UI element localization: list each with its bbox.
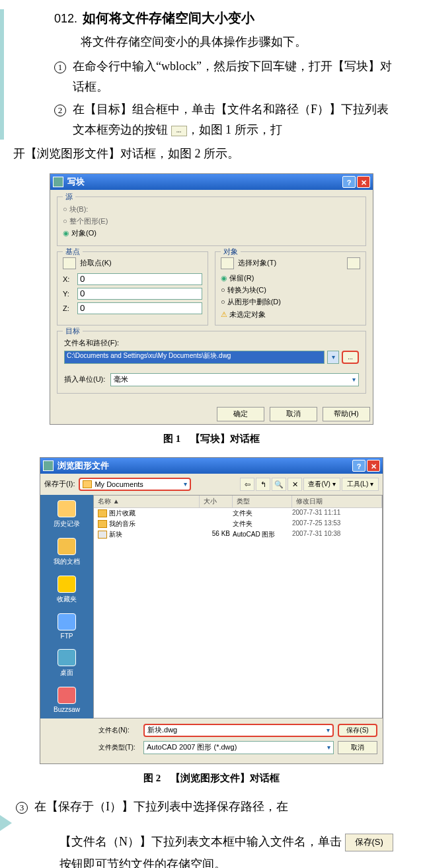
radio-retain[interactable]: 保留(R) bbox=[221, 273, 360, 283]
page-marker-icon bbox=[0, 815, 12, 831]
cancel-button-2[interactable]: 取消 bbox=[338, 741, 377, 754]
filetype-label: 文件类型(T): bbox=[98, 743, 139, 752]
delete-button[interactable]: ✕ bbox=[288, 478, 302, 491]
browse-button[interactable]: ... bbox=[342, 351, 359, 364]
sidebar-buzzsaw[interactable]: Buzzsaw bbox=[40, 687, 93, 713]
section-number: 012. bbox=[54, 12, 77, 25]
cancel-button[interactable]: 取消 bbox=[270, 407, 317, 421]
chevron-down-icon: ▾ bbox=[184, 480, 187, 488]
save-in-value: My Documents bbox=[95, 480, 143, 488]
y-input[interactable] bbox=[77, 288, 202, 300]
dialog2-title: 浏览图形文件 bbox=[58, 460, 352, 472]
step-number-1: 1 bbox=[54, 62, 66, 73]
pick-point-label: 拾取点(K) bbox=[80, 258, 112, 268]
dialog-title: 写块 bbox=[67, 176, 342, 188]
select-objects-button[interactable] bbox=[221, 257, 234, 269]
places-sidebar: 历史记录 我的文档 收藏夹 FTP 桌面 Buzzsaw bbox=[40, 495, 93, 718]
intro-text: 将文件存储空间变小的具体操作步骤如下。 bbox=[81, 34, 412, 50]
step2-text-b: ，如图 1 所示，打 bbox=[187, 123, 282, 136]
figure-2-caption: 图 2 【浏览图形文件】对话框 bbox=[0, 772, 423, 785]
figure-1-caption: 图 1 【写块】对话框 bbox=[0, 433, 423, 445]
folder-icon bbox=[98, 520, 107, 528]
sidebar-ftp[interactable]: FTP bbox=[40, 613, 93, 640]
browse-dialog: 浏览图形文件 ? ✕ 保存于(I): My Documents ▾ ⇦ ↰ 🔍 … bbox=[40, 457, 383, 764]
folder-icon bbox=[83, 480, 92, 488]
file-list[interactable]: 名称 ▲ 大小 类型 修改日期 图片收藏文件夹2007-7-31 11:11 我… bbox=[93, 495, 383, 718]
path-input[interactable]: C:\Documents and Settings\xu\My Document… bbox=[64, 351, 325, 364]
destination-group: 目标 文件名和路径(F): C:\Documents and Settings\… bbox=[57, 331, 366, 394]
step1-text: 在命令行中输入“wblock”，然后按下回车键，打开【写块】对话框。 bbox=[73, 56, 399, 97]
close-icon[interactable]: ✕ bbox=[357, 176, 370, 188]
sidebar-mydocs[interactable]: 我的文档 bbox=[40, 538, 93, 566]
help-button[interactable]: 帮助(H) bbox=[323, 407, 370, 421]
col-size[interactable]: 大小 bbox=[200, 496, 233, 507]
step-1: 1 在命令行中输入“wblock”，然后按下回车键，打开【写块】对话框。 bbox=[54, 56, 399, 97]
path-dropdown-icon[interactable]: ▾ bbox=[327, 351, 339, 364]
unit-label: 插入单位(U): bbox=[64, 374, 105, 384]
tools-button[interactable]: 工具(L) ▾ bbox=[342, 478, 379, 491]
z-input[interactable] bbox=[77, 302, 202, 314]
up-button[interactable]: ↰ bbox=[256, 478, 270, 491]
radio-block[interactable]: 块(B): bbox=[63, 204, 360, 214]
col-type[interactable]: 类型 bbox=[233, 496, 292, 507]
titlebar[interactable]: 写块 ? ✕ bbox=[50, 174, 373, 190]
help-icon[interactable]: ? bbox=[342, 176, 356, 188]
destination-label: 目标 bbox=[63, 326, 83, 336]
save-button[interactable]: 保存(S) bbox=[338, 724, 377, 737]
quick-select-button[interactable] bbox=[347, 257, 360, 269]
help-icon-2[interactable]: ? bbox=[352, 460, 365, 472]
list-item[interactable]: 我的音乐文件夹2007-7-25 13:53 bbox=[94, 519, 382, 529]
sidebar-history[interactable]: 历史记录 bbox=[40, 500, 93, 529]
file-icon bbox=[98, 531, 107, 539]
titlebar-2[interactable]: 浏览图形文件 ? ✕ bbox=[40, 458, 383, 474]
save-button-inline: 保存(S) bbox=[345, 834, 393, 851]
file-list-header[interactable]: 名称 ▲ 大小 类型 修改日期 bbox=[94, 496, 382, 508]
list-item[interactable]: 图片收藏文件夹2007-7-31 11:11 bbox=[94, 508, 382, 519]
app-icon bbox=[53, 177, 63, 187]
chevron-down-icon: ▾ bbox=[352, 376, 356, 383]
path-label: 文件名和路径(F): bbox=[64, 338, 359, 348]
radio-delete[interactable]: 从图形中删除(D) bbox=[221, 297, 360, 307]
unit-select[interactable]: 毫米 ▾ bbox=[110, 373, 359, 386]
close-icon-2[interactable]: ✕ bbox=[367, 460, 380, 472]
basepoint-label: 基点 bbox=[63, 247, 83, 257]
col-date[interactable]: 修改日期 bbox=[292, 496, 382, 507]
chevron-down-icon: ▾ bbox=[327, 744, 330, 751]
objects-group: 对象 选择对象(T) 保留(R) 转换为块(C) 从图形中删除(D) 未选定对象 bbox=[215, 251, 366, 326]
filename-label: 文件名(N): bbox=[98, 726, 139, 735]
save-in-combo[interactable]: My Documents ▾ bbox=[79, 478, 191, 491]
back-button[interactable]: ⇦ bbox=[240, 478, 254, 491]
filetype-select[interactable]: AutoCAD 2007 图形 (*.dwg)▾ bbox=[143, 741, 334, 754]
list-item[interactable]: 新块56 KBAutoCAD 图形2007-7-31 10:38 bbox=[94, 529, 382, 540]
app-icon-2 bbox=[43, 460, 54, 471]
save-in-label: 保存于(I): bbox=[44, 479, 75, 489]
sidebar-favorites[interactable]: 收藏夹 bbox=[40, 576, 93, 604]
col-name[interactable]: 名称 ▲ bbox=[94, 496, 200, 507]
section-title-text: 如何将文件存储空间大小变小 bbox=[83, 11, 254, 25]
step-number-3: 3 bbox=[16, 802, 28, 814]
final-paragraph: 【文件名（N）】下拉列表文本框中输入文件名，单击 保存(S) 按钮即可节约文件的… bbox=[59, 830, 397, 868]
radio-convert[interactable]: 转换为块(C) bbox=[221, 285, 360, 295]
views-button[interactable]: 查看(V) ▾ bbox=[303, 478, 340, 491]
final-text-a: 【文件名（N）】下拉列表文本框中输入文件名，单击 bbox=[59, 835, 342, 848]
radio-objects[interactable]: 对象(O) bbox=[63, 228, 360, 238]
pick-point-button[interactable] bbox=[63, 257, 76, 269]
source-group: 源 块(B): 整个图形(E) 对象(O) bbox=[57, 196, 366, 246]
section-title: 012.如何将文件存储空间大小变小 bbox=[54, 9, 412, 27]
source-group-label: 源 bbox=[63, 192, 75, 202]
step-number-2: 2 bbox=[54, 105, 66, 116]
objects-label: 对象 bbox=[221, 247, 241, 257]
x-input[interactable] bbox=[77, 273, 202, 285]
ok-button[interactable]: 确定 bbox=[217, 407, 264, 421]
continuation-text: 开【浏览图形文件】对话框，如图 2 所示。 bbox=[13, 144, 410, 164]
search-button[interactable]: 🔍 bbox=[272, 478, 286, 491]
select-objects-label: 选择对象(T) bbox=[238, 258, 276, 268]
filename-input[interactable]: 新块.dwg▾ bbox=[143, 724, 334, 737]
final-text-b: 按钮即可节约文件的存储空间。 bbox=[59, 857, 226, 868]
unit-value: 毫米 bbox=[114, 374, 128, 384]
step3-text: 在【保存于（I）】下拉列表中选择保存路径，在 bbox=[34, 797, 288, 817]
z-label: Z: bbox=[63, 304, 77, 312]
basepoint-group: 基点 拾取点(K) X: Y: Z: bbox=[57, 251, 208, 326]
radio-whole-drawing[interactable]: 整个图形(E) bbox=[63, 216, 360, 226]
sidebar-desktop[interactable]: 桌面 bbox=[40, 649, 93, 677]
